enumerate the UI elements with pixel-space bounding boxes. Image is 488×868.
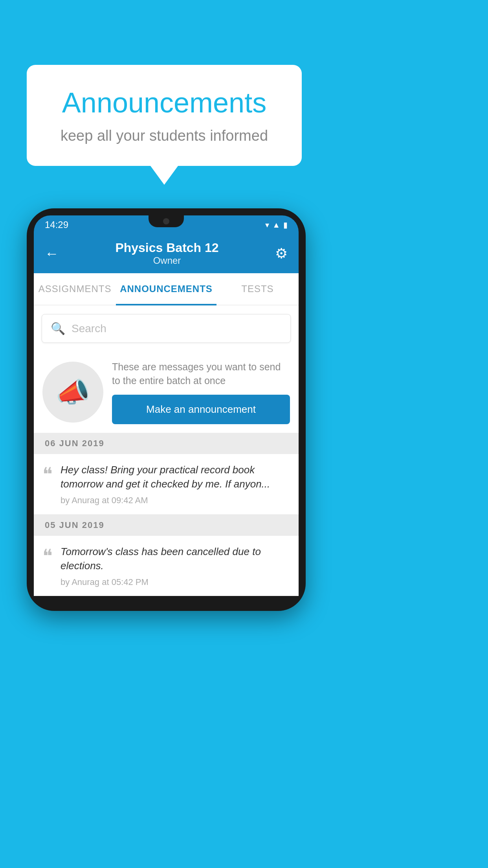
battery-icon: ▮ (283, 220, 288, 230)
speech-bubble: Announcements keep all your students inf… (27, 65, 302, 166)
tab-tests[interactable]: TESTS (216, 273, 299, 305)
make-announcement-button[interactable]: Make an announcement (112, 395, 290, 424)
back-button[interactable]: ← (45, 245, 59, 262)
promo-icon-circle: 📣 (42, 362, 103, 423)
phone-container: 14:29 ▾ ▲ ▮ ← Physics Batch 12 Owner ⚙ A… (27, 208, 306, 611)
app-bar-title: Physics Batch 12 (115, 241, 218, 255)
date-divider-2: 05 JUN 2019 (34, 515, 299, 536)
promo-right: These are messages you want to send to t… (112, 360, 290, 424)
search-icon: 🔍 (51, 322, 65, 335)
announcement-message-1: Hey class! Bring your practical record b… (61, 463, 290, 491)
wifi-icon: ▾ (265, 220, 269, 230)
phone-notch (149, 215, 184, 227)
announcement-item-2[interactable]: ❝ Tomorrow's class has been cancelled du… (34, 536, 299, 596)
speech-bubble-title: Announcements (50, 86, 278, 119)
signal-icon: ▲ (272, 221, 280, 230)
promo-description: These are messages you want to send to t… (112, 360, 290, 388)
quote-icon-2: ❝ (42, 547, 53, 566)
tabs-bar: ASSIGNMENTS ANNOUNCEMENTS TESTS (34, 273, 299, 305)
app-bar-title-section: Physics Batch 12 Owner (115, 241, 218, 266)
phone-frame: 14:29 ▾ ▲ ▮ ← Physics Batch 12 Owner ⚙ A… (27, 208, 306, 611)
speech-bubble-container: Announcements keep all your students inf… (27, 65, 302, 166)
quote-icon-1: ❝ (42, 465, 53, 484)
announcement-item-1[interactable]: ❝ Hey class! Bring your practical record… (34, 454, 299, 515)
tab-assignments[interactable]: ASSIGNMENTS (34, 273, 116, 305)
announcement-promo: 📣 These are messages you want to send to… (34, 351, 299, 433)
speech-bubble-subtitle: keep all your students informed (50, 127, 278, 144)
app-bar-subtitle: Owner (115, 255, 218, 266)
announcement-text-block-1: Hey class! Bring your practical record b… (61, 463, 290, 506)
search-bar[interactable]: 🔍 Search (42, 314, 291, 343)
tab-announcements[interactable]: ANNOUNCEMENTS (116, 273, 216, 305)
app-bar: ← Physics Batch 12 Owner ⚙ (34, 232, 299, 273)
announcement-meta-1: by Anurag at 09:42 AM (61, 495, 290, 506)
status-icons: ▾ ▲ ▮ (265, 220, 288, 230)
content-area: 🔍 Search 📣 These are messages you want t… (34, 305, 299, 596)
settings-icon[interactable]: ⚙ (275, 245, 288, 262)
megaphone-icon: 📣 (56, 376, 90, 408)
front-camera (163, 218, 169, 224)
announcement-meta-2: by Anurag at 05:42 PM (61, 577, 290, 587)
announcement-text-block-2: Tomorrow's class has been cancelled due … (61, 544, 290, 587)
announcement-message-2: Tomorrow's class has been cancelled due … (61, 544, 290, 573)
search-placeholder: Search (72, 322, 106, 335)
status-time: 14:29 (45, 219, 68, 230)
date-divider-1: 06 JUN 2019 (34, 433, 299, 454)
